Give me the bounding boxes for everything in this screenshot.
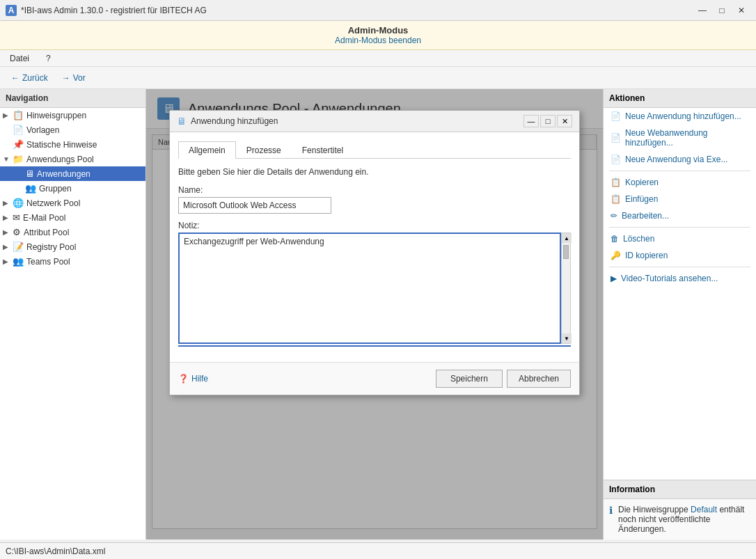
modal-overlay: 🖥 Anwendung hinzufügen — □ ✕ Allgemein P… — [146, 89, 603, 540]
action-new-webapp[interactable]: 📄 Neue Webanwendung hinzufügen... — [604, 125, 756, 151]
save-button[interactable]: Speichern — [436, 370, 503, 388]
sidebar-item-anwendungen[interactable]: ▶ 🖥 Anwendungen — [0, 166, 145, 181]
modal-close-button[interactable]: ✕ — [557, 115, 572, 127]
modal-dialog: 🖥 Anwendung hinzufügen — □ ✕ Allgemein P… — [169, 110, 580, 395]
tab-fenstertitel[interactable]: Fenstertitel — [292, 141, 354, 159]
action-loeschen[interactable]: 🗑 Löschen — [604, 230, 756, 247]
name-label: Name: — [178, 185, 571, 195]
forward-icon: → — [62, 73, 70, 83]
action-separator-3 — [609, 267, 750, 267]
action-video-tutorials[interactable]: ▶ Video-Tutorials ansehen... — [604, 270, 756, 287]
sidebar-item-anwendungspool[interactable]: ▼ 📁 Anwendungs Pool — [0, 152, 145, 166]
forward-button[interactable]: → Vor — [56, 71, 91, 85]
new-webapp-icon: 📄 — [611, 133, 621, 143]
back-icon: ← — [11, 73, 19, 83]
bearbeiten-icon: ✏ — [611, 211, 617, 221]
sidebar-item-gruppen[interactable]: ▶ 👥 Gruppen — [0, 181, 145, 196]
vertical-scrollbar[interactable]: ▲ ▼ — [561, 233, 571, 344]
help-icon: ❓ — [178, 374, 189, 384]
close-button[interactable]: ✕ — [732, 3, 750, 17]
expand-icon: ▶ — [3, 111, 13, 119]
right-panel-spacer — [604, 287, 756, 480]
note-field-group: Notiz: Exchangezugriff per Web-Anwendung… — [178, 221, 571, 347]
info-header: Information — [604, 480, 756, 499]
menu-bar: Datei ? — [0, 50, 756, 67]
modal-body: Allgemein Prozesse Fenstertitel Bitte ge… — [170, 132, 579, 362]
action-id-kopieren[interactable]: 🔑 ID kopieren — [604, 247, 756, 264]
id-kopieren-icon: 🔑 — [611, 251, 621, 260]
right-panel: Aktionen 📄 Neue Anwendung hinzufügen... … — [603, 89, 756, 540]
modal-tabs: Allgemein Prozesse Fenstertitel — [178, 141, 571, 159]
modal-title-bar: 🖥 Anwendung hinzufügen — □ ✕ — [170, 111, 579, 132]
scroll-up-arrow[interactable]: ▲ — [562, 233, 572, 243]
modal-maximize-button[interactable]: □ — [540, 115, 556, 127]
modal-icon: 🖥 — [177, 116, 187, 127]
sidebar-item-vorlagen[interactable]: ▶ 📄 Vorlagen — [0, 123, 145, 137]
actions-header: Aktionen — [604, 89, 756, 108]
main-layout: Navigation ▶ 📋 Hinweisgruppen ▶ 📄 Vorlag… — [0, 89, 756, 540]
action-new-app[interactable]: 📄 Neue Anwendung hinzufügen... — [604, 108, 756, 125]
sidebar-item-hinweisgruppen[interactable]: ▶ 📋 Hinweisgruppen — [0, 108, 145, 123]
scroll-down-arrow[interactable]: ▼ — [562, 333, 572, 343]
modal-title: 🖥 Anwendung hinzufügen — [177, 116, 278, 127]
sidebar-item-netzwerkpool[interactable]: ▶ 🌐 Netzwerk Pool — [0, 196, 145, 210]
new-exe-icon: 📄 — [611, 155, 621, 164]
scroll-indicator — [178, 345, 571, 347]
note-textarea[interactable]: Exchangezugriff per Web-Anwendung — [178, 233, 561, 344]
back-button[interactable]: ← Zurück — [6, 71, 54, 85]
name-input[interactable] — [178, 197, 331, 214]
note-label: Notiz: — [178, 221, 571, 230]
admin-banner: Admin-Modus Admin-Modus beenden — [0, 21, 756, 50]
status-path: C:\IBI-aws\Admin\Data.xml — [6, 546, 105, 556]
info-default-link[interactable]: Default — [691, 505, 717, 514]
cancel-button[interactable]: Abbrechen — [507, 370, 571, 388]
toolbar: ← Zurück → Vor — [0, 67, 756, 89]
sidebar-item-statische[interactable]: ▶ 📌 Statische Hinweise — [0, 137, 145, 152]
admin-mode-title: Admin-Modus — [0, 25, 756, 36]
menu-datei[interactable]: Datei — [6, 52, 33, 65]
sidebar-item-teamspool[interactable]: ▶ 👥 Teams Pool — [0, 254, 145, 269]
einfuegen-icon: 📋 — [611, 194, 621, 204]
scroll-thumb[interactable] — [563, 245, 569, 259]
video-icon: ▶ — [611, 274, 617, 283]
kopieren-icon: 📋 — [611, 178, 621, 187]
minimize-button[interactable]: — — [693, 3, 711, 17]
help-link[interactable]: ❓ Hilfe — [178, 374, 208, 384]
new-app-icon: 📄 — [611, 111, 621, 121]
loeschen-icon: 🗑 — [611, 234, 619, 244]
modal-footer: ❓ Hilfe Speichern Abbrechen — [170, 362, 579, 395]
tab-allgemein[interactable]: Allgemein — [178, 141, 236, 159]
action-separator-2 — [609, 227, 750, 228]
tab-prozesse[interactable]: Prozesse — [236, 141, 292, 159]
sidebar-item-attributpool[interactable]: ▶ ⚙ Attribut Pool — [0, 225, 145, 239]
footer-buttons: Speichern Abbrechen — [436, 370, 571, 388]
sidebar-item-emailpool[interactable]: ▶ ✉ E-Mail Pool — [0, 210, 145, 225]
window-title: *IBI-aws Admin 1.30.0 - registriert für … — [21, 6, 207, 15]
sidebar-item-registrypool[interactable]: ▶ 📝 Registry Pool — [0, 239, 145, 254]
modal-controls: — □ ✕ — [523, 115, 572, 127]
name-field-group: Name: — [178, 185, 571, 214]
textarea-wrapper: Exchangezugriff per Web-Anwendung ▲ ▼ — [178, 233, 571, 344]
admin-mode-link[interactable]: Admin-Modus beenden — [335, 36, 421, 45]
info-section: Information ℹ Die Hinweisgruppe Default … — [604, 480, 756, 540]
content-area: 🖥 Anwendungs Pool - Anwendungen Name Not… — [146, 89, 603, 540]
title-bar: A *IBI-aws Admin 1.30.0 - registriert fü… — [0, 0, 756, 21]
action-bearbeiten[interactable]: ✏ Bearbeiten... — [604, 207, 756, 224]
sidebar-header: Navigation — [0, 89, 145, 108]
scroll-track — [562, 243, 570, 333]
maximize-button[interactable]: □ — [713, 3, 731, 17]
action-separator-1 — [609, 171, 750, 171]
action-new-exe[interactable]: 📄 Neue Anwendung via Exe... — [604, 151, 756, 168]
action-einfuegen[interactable]: 📋 Einfügen — [604, 191, 756, 207]
info-icon: ℹ — [609, 505, 613, 534]
modal-description: Bitte geben Sie hier die Details der Anw… — [178, 167, 571, 177]
app-icon: A — [6, 5, 17, 16]
menu-help[interactable]: ? — [42, 52, 55, 65]
action-kopieren[interactable]: 📋 Kopieren — [604, 174, 756, 191]
status-bar: C:\IBI-aws\Admin\Data.xml — [0, 542, 756, 559]
info-content: ℹ Die Hinweisgruppe Default enthält noch… — [609, 505, 750, 534]
window-controls: — □ ✕ — [693, 3, 750, 17]
modal-minimize-button[interactable]: — — [523, 115, 539, 127]
sidebar: Navigation ▶ 📋 Hinweisgruppen ▶ 📄 Vorlag… — [0, 89, 146, 540]
